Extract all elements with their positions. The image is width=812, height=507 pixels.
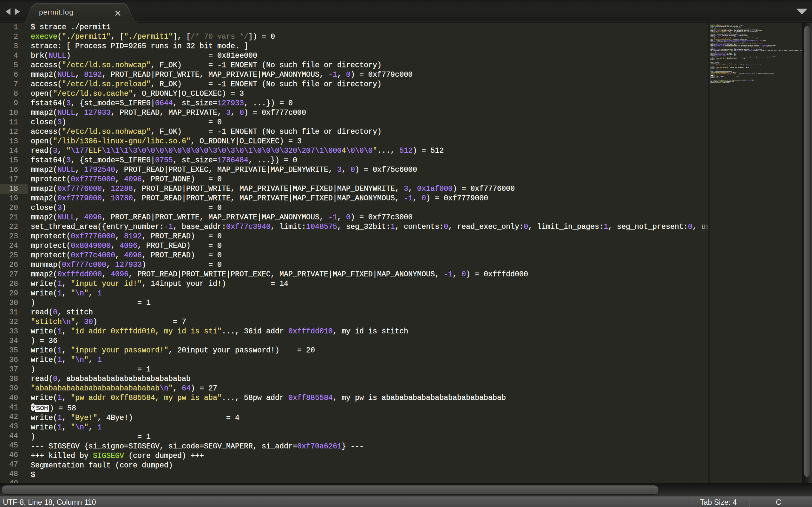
svg-text:?: ? <box>32 405 35 411</box>
